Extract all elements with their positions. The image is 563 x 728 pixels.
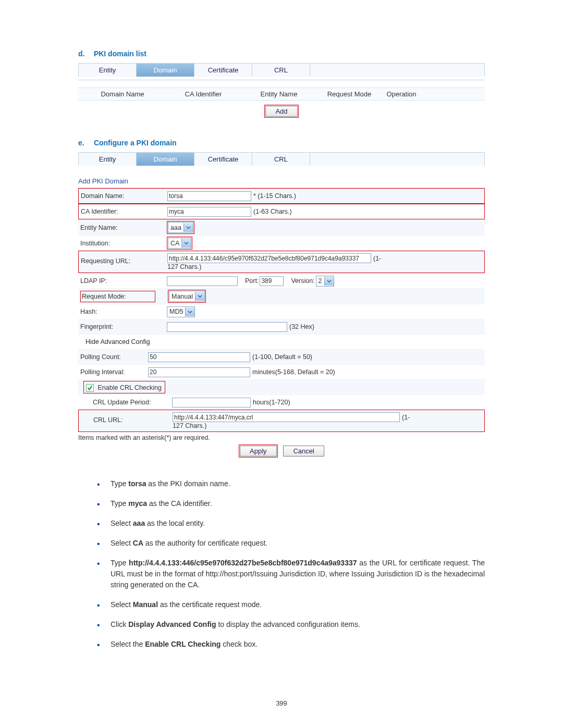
polling-interval-input[interactable] <box>148 367 250 377</box>
tabs-e: Entity Domain Certificate CRL <box>78 152 485 166</box>
row-hash: Hash: MD5 <box>78 304 485 319</box>
row-polling-count: Polling Count: (1-100, Default = 50) <box>78 349 485 364</box>
apply-highlight: Apply <box>239 445 278 458</box>
crl-url-input[interactable] <box>173 412 400 422</box>
entity-select[interactable]: aaa <box>168 222 193 233</box>
list-item: Type myca as the CA identifier. <box>97 498 485 509</box>
requesting-url-input[interactable] <box>167 253 371 263</box>
pki-domain-form: Domain Name: * (1-15 Chars.) CA Identifi… <box>78 188 485 432</box>
list-item: Click Display Advanced Config to display… <box>97 619 485 630</box>
list-item: Select CA as the authority for certifica… <box>97 538 485 549</box>
list-item: Select the Enable CRL Checking check box… <box>97 639 485 650</box>
cancel-button[interactable]: Cancel <box>283 446 324 456</box>
section-heading-e: e. Configure a PKI domain <box>78 139 485 147</box>
tab-certificate-2[interactable]: Certificate <box>194 153 252 166</box>
row-advanced-toggle: Hide Advanced Config <box>78 334 485 349</box>
row-domain-name: Domain Name: * (1-15 Chars.) <box>78 188 485 204</box>
tab-domain[interactable]: Domain <box>137 64 194 77</box>
domain-name-input[interactable] <box>167 191 251 201</box>
row-request-mode: Request Mode: Manual <box>78 288 485 304</box>
row-polling-interval: Polling Interval: minutes(5-168, Default… <box>78 364 485 379</box>
row-ldap-ip: LDAP IP: Port: Version: 2 <box>78 273 485 288</box>
tabs-d: Entity Domain Certificate CRL <box>78 63 485 77</box>
tab-domain-2[interactable]: Domain <box>137 153 194 166</box>
tab-crl-2[interactable]: CRL <box>252 153 310 166</box>
crl-update-period-input[interactable] <box>172 398 251 408</box>
enable-crl-checkbox[interactable] <box>86 384 94 392</box>
row-requesting-url: Requesting URL: (1- 127 Chars.) <box>78 251 485 273</box>
polling-count-input[interactable] <box>148 352 250 362</box>
tab-entity[interactable]: Entity <box>79 64 137 77</box>
row-enable-crl: Enable CRL Checking <box>78 379 485 394</box>
instruction-list: Type torsa as the PKI domain name. Type … <box>78 478 485 650</box>
list-item: Select aaa as the local entity. <box>97 518 485 529</box>
ldap-port-input[interactable] <box>260 276 284 286</box>
domain-list-columns: Domain Name CA Identifier Entity Name Re… <box>78 88 485 101</box>
row-crl-update-period: CRL Update Period: hours(1-720) <box>78 394 485 410</box>
ldap-ip-input[interactable] <box>167 276 238 286</box>
hash-select[interactable]: MD5 <box>167 306 195 317</box>
row-fingerprint: Fingerprint: (32 Hex) <box>78 319 485 334</box>
add-highlight: Add <box>264 105 298 118</box>
row-ca-identifier: CA Identifier: (1-63 Chars.) <box>78 204 485 219</box>
tab-certificate[interactable]: Certificate <box>194 64 252 77</box>
ldap-version-select[interactable]: 2 <box>316 276 334 287</box>
page-number: 399 <box>0 699 563 707</box>
fingerprint-input[interactable] <box>167 322 287 332</box>
list-item: Select Manual as the certificate request… <box>97 599 485 610</box>
tab-entity-2[interactable]: Entity <box>79 153 137 166</box>
request-mode-select[interactable]: Manual <box>169 291 205 302</box>
chevron-down-icon <box>183 223 193 232</box>
row-entity-name: Entity Name: aaa <box>78 219 485 235</box>
row-crl-url: CRL URL: (1- 127 Chars.) <box>78 410 485 432</box>
chevron-down-icon <box>195 292 204 301</box>
chevron-down-icon <box>324 277 334 286</box>
list-item: Type http://4.4.4.133:446/c95e970f632d27… <box>97 558 485 590</box>
hide-advanced-link[interactable]: Hide Advanced Config <box>80 338 150 346</box>
institution-select[interactable]: CA <box>168 238 191 249</box>
chevron-down-icon <box>181 239 191 248</box>
row-institution: Institution: CA <box>78 235 485 251</box>
section-heading-d: d. PKI domain list <box>78 50 485 58</box>
form-title: Add PKI Domain <box>78 177 485 185</box>
list-item: Type torsa as the PKI domain name. <box>97 478 485 489</box>
add-button[interactable]: Add <box>265 106 297 117</box>
ca-identifier-input[interactable] <box>167 207 251 217</box>
required-note: Items marked with an asterisk(*) are req… <box>78 434 485 441</box>
apply-button[interactable]: Apply <box>240 446 277 456</box>
chevron-down-icon <box>185 307 194 316</box>
tab-crl[interactable]: CRL <box>252 64 310 77</box>
